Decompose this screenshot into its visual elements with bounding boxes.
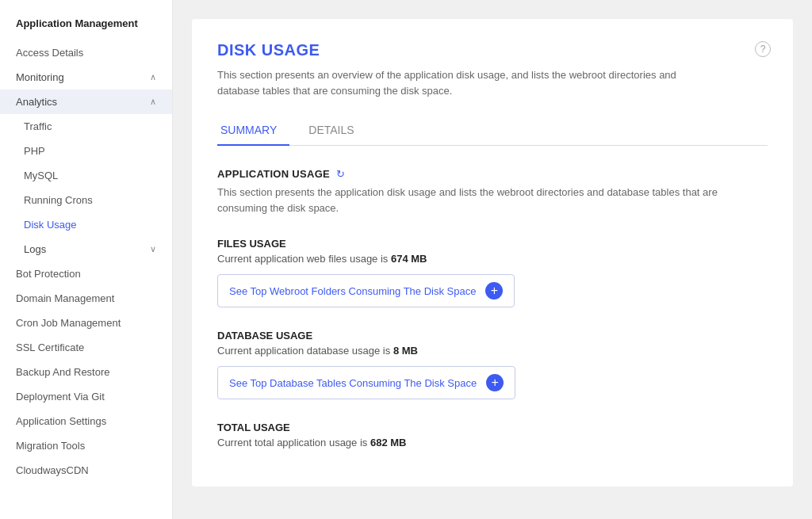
- help-icon[interactable]: ?: [755, 41, 771, 57]
- sidebar-item-cloudways-cdn[interactable]: CloudwaysCDN: [0, 458, 172, 483]
- app-title: Application Management: [0, 13, 172, 40]
- database-usage-heading: DATABASE USAGE: [217, 330, 768, 342]
- sidebar-item-migration-tools[interactable]: Migration Tools: [0, 433, 172, 458]
- sidebar-item-deployment-via-git[interactable]: Deployment Via Git: [0, 384, 172, 409]
- sidebar-item-running-crons[interactable]: Running Crons: [0, 188, 172, 212]
- total-usage-section: TOTAL USAGE Current total application us…: [217, 422, 768, 448]
- sidebar-item-traffic[interactable]: Traffic: [0, 114, 172, 139]
- files-usage-section: FILES USAGE Current application web file…: [217, 238, 768, 307]
- sidebar-item-access-details[interactable]: Access Details: [0, 40, 172, 65]
- sidebar-item-logs[interactable]: Logs ∨: [0, 237, 172, 261]
- sidebar: Application Management Access Details Mo…: [0, 0, 173, 519]
- sidebar-item-domain-management[interactable]: Domain Management: [0, 286, 172, 311]
- tab-summary[interactable]: SUMMARY: [217, 117, 289, 146]
- total-usage-heading: TOTAL USAGE: [217, 422, 768, 433]
- tab-details[interactable]: DETAILS: [305, 117, 366, 146]
- files-usage-heading: FILES USAGE: [217, 238, 768, 250]
- files-usage-desc: Current application web files usage is 6…: [217, 253, 768, 265]
- database-usage-section: DATABASE USAGE Current application datab…: [217, 330, 768, 399]
- content-card: ? DISK USAGE This section presents an ov…: [192, 19, 793, 487]
- chevron-up-icon: ∧: [150, 72, 156, 82]
- database-usage-desc: Current application database usage is 8 …: [217, 345, 768, 357]
- sidebar-item-disk-usage[interactable]: Disk Usage: [0, 212, 172, 237]
- page-description: This section presents an overview of the…: [217, 67, 709, 98]
- app-usage-section: APPLICATION USAGE ↻ This section present…: [217, 168, 768, 216]
- tabs-container: SUMMARY DETAILS: [217, 117, 768, 146]
- sidebar-item-monitoring[interactable]: Monitoring ∧: [0, 65, 172, 90]
- chevron-down-icon-logs: ∨: [150, 244, 156, 254]
- refresh-icon[interactable]: ↻: [336, 168, 345, 180]
- chevron-up-icon-analytics: ∧: [150, 97, 156, 107]
- analytics-sub-group: Analytics ∧ Traffic PHP MySQL Running Cr…: [0, 90, 172, 261]
- sidebar-item-mysql[interactable]: MySQL: [0, 163, 172, 188]
- page-title: DISK USAGE: [217, 41, 768, 59]
- app-usage-title-row: APPLICATION USAGE ↻: [217, 168, 768, 180]
- sidebar-item-application-settings[interactable]: Application Settings: [0, 409, 172, 433]
- plus-circle-icon: +: [485, 282, 503, 300]
- sidebar-item-analytics[interactable]: Analytics ∧: [0, 90, 172, 114]
- app-usage-desc: This section presents the application di…: [217, 185, 768, 216]
- sidebar-item-php[interactable]: PHP: [0, 139, 172, 163]
- sidebar-item-ssl-certificate[interactable]: SSL Certificate: [0, 335, 172, 360]
- main-content: ? DISK USAGE This section presents an ov…: [173, 0, 812, 519]
- database-tables-button[interactable]: See Top Database Tables Consuming The Di…: [217, 366, 515, 399]
- analytics-children: Traffic PHP MySQL Running Crons Disk Usa…: [0, 114, 172, 237]
- sidebar-item-bot-protection[interactable]: Bot Protection: [0, 261, 172, 286]
- sidebar-item-backup-restore[interactable]: Backup And Restore: [0, 360, 172, 384]
- webroot-folders-button[interactable]: See Top Webroot Folders Consuming The Di…: [217, 274, 515, 307]
- app-usage-heading: APPLICATION USAGE: [217, 168, 330, 180]
- plus-circle-db-icon: +: [486, 374, 504, 391]
- total-usage-desc: Current total application usage is 682 M…: [217, 437, 768, 448]
- sidebar-item-cron-job-management[interactable]: Cron Job Management: [0, 311, 172, 335]
